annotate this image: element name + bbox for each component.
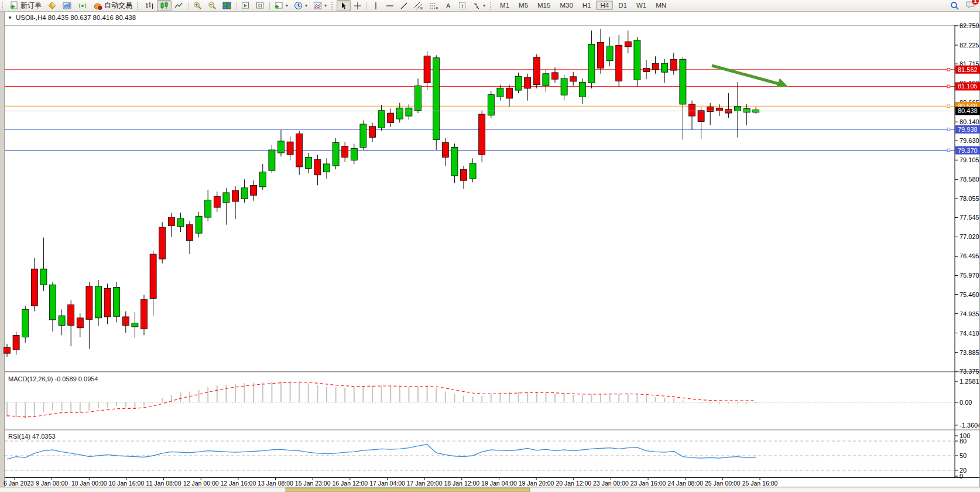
svg-text:23 Jan 16:00: 23 Jan 16:00 [631,480,666,487]
candle-body [680,59,686,104]
signals-icon [78,1,87,10]
text-tool-button[interactable]: A [441,0,455,11]
svg-text:74.935: 74.935 [960,310,979,317]
svg-text:77.020: 77.020 [960,233,979,240]
auto-trading-label: 自动交易 [104,1,132,11]
svg-text:75.970: 75.970 [960,272,979,279]
search-icon[interactable] [950,1,960,11]
candle-body [378,111,385,128]
arrange-charts-button[interactable] [238,0,253,11]
new-chart-button[interactable]: ▾ [272,0,291,11]
equidistant-channel-tool-button[interactable]: E [411,0,426,11]
market-watch-button[interactable] [60,0,75,11]
text-a-icon: A [444,2,453,10]
crosshair-icon [354,2,362,10]
candle-body [95,286,102,318]
signals-button[interactable] [75,0,90,11]
fibonacci-tool-button[interactable]: F [426,0,441,11]
auto-trading-icon [93,1,102,10]
tile-windows-button[interactable] [220,0,234,11]
arrows-tool-button[interactable]: ▾ [470,0,488,11]
template-button[interactable]: ▾ [310,0,330,11]
crosshair-tool-button[interactable] [351,0,365,11]
timeframe-H1-button[interactable]: H1 [578,1,595,10]
candle-body [561,78,567,95]
candle-body [396,108,403,119]
candle-body [442,142,448,157]
candlestick-mode-button[interactable] [157,0,172,11]
candle-body [241,188,248,199]
svg-text:15 Jan 23:00: 15 Jan 23:00 [295,480,331,487]
svg-text:19 Jan 04:00: 19 Jan 04:00 [481,480,517,487]
bar-chart-icon [145,1,154,10]
market-watch-icon [63,1,72,10]
gold-ingot-button[interactable] [44,0,60,11]
candle-body [543,74,549,86]
candle-body [259,172,266,187]
arrows-icon [472,2,481,10]
svg-text:79.370: 79.370 [958,147,978,154]
candle-body [296,134,303,167]
zoom-in-button[interactable] [190,0,205,11]
svg-text:19 Jan 20:00: 19 Jan 20:00 [519,480,554,487]
bar-chart-mode-button[interactable] [142,0,157,11]
candle-body [451,148,458,176]
cursor-tool-button[interactable] [337,0,351,11]
svg-text:23 Jan 00:00: 23 Jan 00:00 [593,480,629,487]
candle-body [187,225,193,241]
period-button[interactable]: ▾ [291,0,310,11]
candle-body [506,88,513,98]
svg-text:T: T [461,3,464,9]
horizontal-line-tool-button[interactable] [383,0,397,11]
svg-text:81.562: 81.562 [958,66,978,73]
text-label-icon: T [458,2,467,10]
vertical-line-icon [372,2,380,10]
svg-text:24 Jan 08:00: 24 Jan 08:00 [667,480,703,487]
svg-text:17 Jan 04:00: 17 Jan 04:00 [369,480,405,487]
timeframe-H4-button[interactable]: H4 [596,1,613,10]
vertical-line-tool-button[interactable] [369,0,383,11]
cursor-icon [340,2,348,10]
toolbar-grip[interactable] [137,2,141,10]
new-order-button[interactable]: 新订单 [7,0,44,11]
toolbar-grip[interactable] [2,2,5,10]
candle-body [415,86,422,111]
line-chart-mode-button[interactable] [172,0,186,11]
candle-body [59,316,65,325]
candle-body [77,318,83,328]
timeframe-D1-button[interactable]: D1 [614,1,631,10]
timeframe-M15-button[interactable]: M15 [533,1,554,10]
svg-text:12 Jan 00:00: 12 Jan 00:00 [183,480,219,487]
text-label-tool-button[interactable]: T [455,0,470,11]
trendline-tool-button[interactable] [397,0,411,11]
candle-body [40,269,47,285]
toolbar-grip[interactable] [331,2,335,10]
candle-body [278,141,285,153]
toolbar-grip[interactable] [490,2,494,10]
candle-body [461,169,467,180]
svg-text:1.2581: 1.2581 [960,378,979,385]
candle-body [552,73,558,79]
one-click-trading-toggle[interactable]: ▼ [8,15,12,20]
notifications-button[interactable]: 1 [965,1,975,11]
zoom-out-button[interactable] [205,0,220,11]
timeframe-MN-button[interactable]: MN [652,1,670,10]
timeframe-M5-button[interactable]: M5 [515,1,532,10]
fibonacci-icon: F [429,2,438,10]
candle-body [716,108,722,111]
timeframe-W1-button[interactable]: W1 [632,1,650,10]
cascade-charts-button[interactable] [253,0,268,11]
chart-canvas[interactable]: 82.75082.22581.71581.19080.66580.14079.6… [0,11,980,492]
timeframe-M1-button[interactable]: M1 [496,1,513,10]
auto-trading-button[interactable]: 自动交易 [90,0,135,11]
svg-text:-1.3604: -1.3604 [960,422,980,429]
arrange-charts-icon [241,1,250,10]
timeframe-M30-button[interactable]: M30 [556,1,577,10]
svg-text:75.460: 75.460 [960,291,979,298]
candle-body [735,107,741,111]
svg-text:81.105: 81.105 [958,83,978,90]
svg-text:E: E [420,6,423,10]
horizontal-line-icon [386,2,394,10]
candle-body [433,58,440,140]
candle-body [643,68,650,71]
